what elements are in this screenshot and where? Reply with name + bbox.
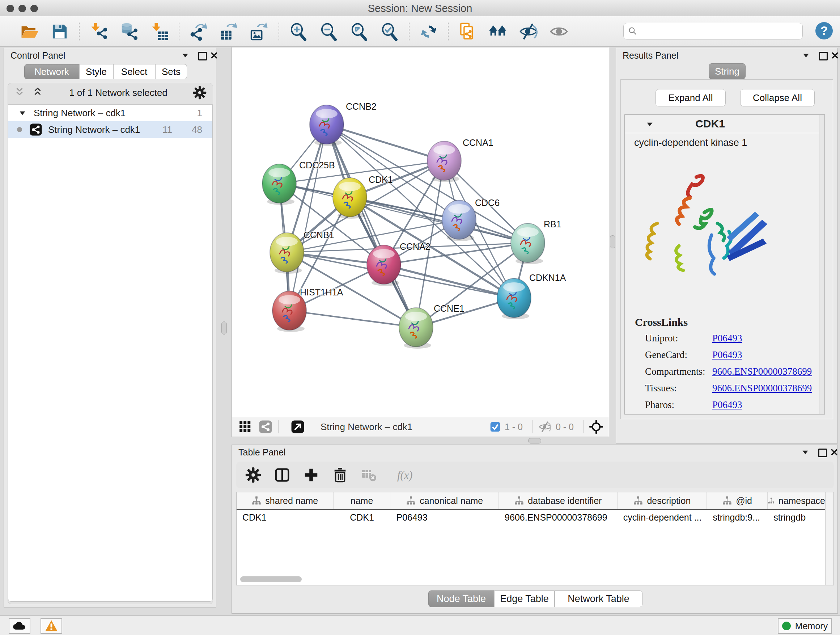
network-options-gear-icon[interactable] [193, 86, 207, 100]
search-field[interactable] [623, 23, 803, 40]
network-collection-row[interactable]: String Network – cdk1 1 [8, 105, 212, 121]
collapse-all-button[interactable]: Collapse All [740, 89, 815, 106]
tab-sets[interactable]: Sets [155, 64, 187, 79]
float-panel-icon[interactable] [801, 448, 810, 457]
zoom-in-icon[interactable] [289, 22, 308, 41]
crosslink-link[interactable]: P06493 [712, 349, 742, 361]
table-cell[interactable]: P06493 [390, 510, 499, 525]
table-row[interactable]: CDK1CDK1P064939606.ENSP00000378699cyclin… [237, 510, 826, 525]
birds-eye-view-icon[interactable] [291, 420, 305, 434]
network-edge[interactable] [289, 310, 416, 327]
table-cell[interactable]: 9606.ENSP00000378699 [499, 510, 617, 525]
close-panel-icon[interactable] [830, 51, 840, 60]
import-network-file-icon[interactable] [89, 22, 109, 41]
tab-style[interactable]: Style [79, 64, 113, 79]
export-table-icon[interactable] [219, 22, 239, 41]
zoom-fit-icon[interactable] [349, 22, 369, 41]
first-neighbors-icon[interactable] [488, 22, 508, 41]
tab-select[interactable]: Select [113, 64, 155, 79]
table-cell[interactable]: cyclin-dependent ... [617, 510, 707, 525]
network-canvas[interactable]: CCNB2CCNA1CDC25BCDK1CDC6RB1CCNB1CCNA2CDK… [232, 48, 609, 417]
node-label: CCNA2 [400, 241, 431, 252]
network-edge[interactable] [289, 125, 327, 310]
network-node-CDKN1A[interactable]: CDKN1A [497, 272, 566, 319]
hide-selected-icon[interactable] [519, 22, 538, 41]
save-session-icon[interactable] [50, 22, 69, 41]
show-all-icon[interactable] [549, 22, 569, 41]
results-scrollbar[interactable] [819, 115, 824, 414]
cloud-button[interactable] [9, 618, 30, 634]
memory-button[interactable]: Memory [778, 618, 832, 634]
add-column-icon[interactable] [303, 467, 319, 483]
table-horizontal-scrollbar[interactable] [240, 576, 302, 582]
crosslink-row: Compartments:9606.ENSP00000378699 [625, 364, 817, 380]
column-header-description[interactable]: description [617, 492, 707, 509]
bottom-splitter-handle[interactable] [528, 438, 541, 443]
crosslink-link[interactable]: P06493 [712, 399, 742, 410]
maximize-panel-icon[interactable] [818, 448, 827, 457]
network-node-CCNB1[interactable]: CCNB1 [270, 230, 334, 274]
network-row[interactable]: String Network – cdk1 11 48 [8, 121, 212, 138]
apply-layout-icon[interactable] [419, 22, 439, 41]
export-image-icon[interactable] [249, 22, 269, 41]
crosslink-link[interactable]: 9606.ENSP00000378699 [712, 383, 812, 394]
close-panel-icon[interactable] [829, 448, 839, 457]
zoom-out-icon[interactable] [319, 22, 339, 41]
table-cell[interactable]: stringdb [767, 510, 826, 525]
selected-checkbox-icon[interactable] [489, 421, 501, 432]
tab-string[interactable]: String [709, 63, 745, 79]
column-header-namespace[interactable]: namespace [767, 492, 826, 509]
network-node-CCNA1[interactable]: CCNA1 [427, 138, 493, 182]
close-panel-icon[interactable] [210, 51, 219, 60]
protein-description: cyclin-dependent kinase 1 [634, 137, 747, 149]
search-input[interactable] [638, 26, 799, 36]
expand-all-networks-icon[interactable] [31, 86, 44, 99]
column-header-name[interactable]: name [333, 492, 391, 509]
network-node-CCNE1[interactable]: CCNE1 [399, 303, 464, 348]
delete-column-icon[interactable] [332, 467, 348, 483]
crosslink-link[interactable]: P06493 [712, 333, 742, 344]
maximize-panel-icon[interactable] [819, 52, 828, 60]
center-view-icon[interactable] [589, 420, 603, 434]
left-splitter-handle[interactable] [221, 321, 227, 334]
show-columns-icon[interactable] [274, 467, 291, 483]
open-session-icon[interactable] [19, 22, 39, 41]
network-graph[interactable]: CCNB2CCNA1CDC25BCDK1CDC6RB1CCNB1CCNA2CDK… [232, 48, 609, 417]
network-node-HIST1H1A[interactable]: HIST1H1A [272, 287, 343, 332]
maximize-panel-icon[interactable] [198, 52, 207, 60]
right-splitter-handle[interactable] [610, 235, 615, 249]
float-panel-icon[interactable] [180, 51, 190, 60]
tab-node-table[interactable]: Node Table [428, 591, 494, 607]
table-options-gear-icon[interactable] [245, 467, 262, 483]
column-header-shared-name[interactable]: shared name [237, 492, 333, 509]
crosslink-link[interactable]: 9606.ENSP00000378699 [712, 366, 812, 377]
table-cell[interactable]: CDK1 [237, 510, 333, 525]
network-node-RB1[interactable]: RB1 [511, 219, 561, 264]
network-share-icon[interactable] [259, 420, 272, 434]
hidden-eye-icon[interactable] [538, 420, 552, 434]
protein-section-header[interactable]: CDK1 [625, 115, 824, 133]
zoom-selected-icon[interactable] [380, 22, 399, 41]
column-header-database-identifier[interactable]: database identifier [499, 492, 617, 509]
expand-all-button[interactable]: Expand All [655, 89, 726, 106]
clone-network-icon[interactable] [458, 22, 477, 41]
export-network-icon[interactable] [189, 22, 208, 41]
network-edge[interactable] [327, 125, 444, 161]
grid-view-icon[interactable] [238, 420, 252, 434]
network-node-CDC6[interactable]: CDC6 [442, 198, 500, 241]
table-cell[interactable]: stringdb:9... [707, 510, 767, 525]
table-vertical-scrollbar[interactable] [825, 492, 834, 585]
table-cell[interactable]: CDK1 [333, 510, 391, 525]
collapse-all-networks-icon[interactable] [13, 86, 26, 99]
tab-network-table[interactable]: Network Table [554, 591, 643, 607]
import-table-file-icon[interactable] [150, 22, 169, 41]
import-network-database-icon[interactable] [119, 22, 139, 41]
column-header-canonical-name[interactable]: canonical name [390, 492, 499, 509]
help-button[interactable]: ? [815, 22, 833, 40]
column-header--id[interactable]: @id [707, 492, 767, 509]
float-panel-icon[interactable] [801, 51, 811, 60]
warnings-button[interactable] [41, 618, 62, 634]
tab-network[interactable]: Network [24, 64, 79, 79]
tab-edge-table[interactable]: Edge Table [494, 591, 554, 607]
collection-expand-icon[interactable] [18, 108, 27, 118]
